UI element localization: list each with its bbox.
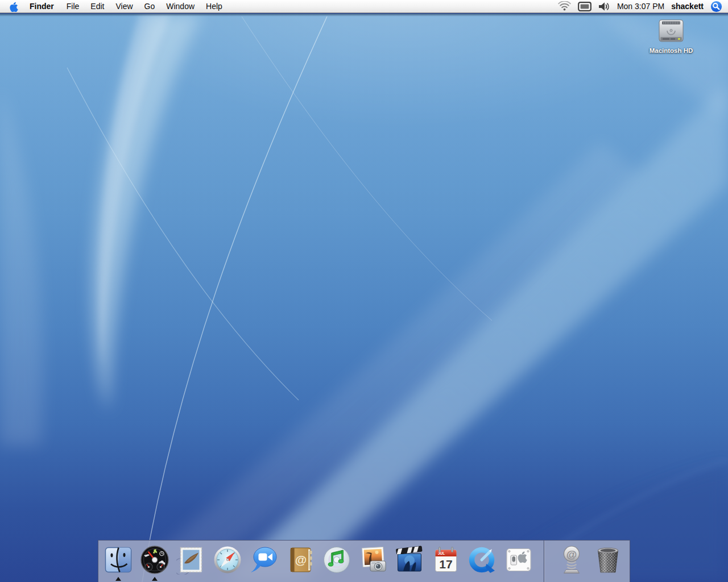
dock-safari[interactable] <box>209 541 246 582</box>
macintosh-hd-desktop-icon[interactable]: Macintosh HD <box>635 18 708 54</box>
menu-bar-clock[interactable]: Mon 3:07 PM <box>617 2 664 11</box>
running-indicator <box>115 577 121 581</box>
imovie-icon <box>395 545 424 575</box>
mail-icon <box>176 545 206 575</box>
ical-icon: JUL 17 <box>431 545 461 575</box>
dock-finder[interactable] <box>100 541 136 582</box>
menu-finder[interactable]: Finder <box>23 0 61 13</box>
macintosh-hd-label: Macintosh HD <box>635 47 708 54</box>
spring-at-glyph: @ <box>566 548 577 560</box>
dashboard-icon <box>140 545 169 575</box>
menu-window[interactable]: Window <box>160 0 200 13</box>
ical-day-text: 17 <box>439 558 452 571</box>
running-indicator <box>152 577 158 581</box>
menu-go[interactable]: Go <box>139 0 161 13</box>
trash-icon <box>593 545 623 575</box>
hard-disk-icon <box>655 18 687 45</box>
quicktime-icon <box>468 545 497 575</box>
menu-view[interactable]: View <box>110 0 138 13</box>
dock-dashboard[interactable] <box>136 541 173 582</box>
menu-bar: Finder File Edit View Go Window Help <box>0 0 728 13</box>
dock-system-preferences[interactable] <box>500 541 537 582</box>
dock-iphoto[interactable] <box>355 541 391 582</box>
dock-mail[interactable] <box>173 541 209 582</box>
itunes-icon <box>322 545 351 575</box>
dock-address-book[interactable]: @ <box>282 541 318 582</box>
wifi-icon[interactable] <box>558 1 571 11</box>
apple-logo-icon <box>9 1 18 12</box>
menu-help[interactable]: Help <box>200 0 228 13</box>
dock-imovie[interactable] <box>391 541 428 582</box>
ichat-icon <box>249 545 279 575</box>
mac-website-link-icon: @ <box>557 545 586 575</box>
address-book-icon: @ <box>286 545 315 575</box>
menu-file[interactable]: File <box>61 0 85 13</box>
safari-icon <box>213 545 242 575</box>
dock: @ <box>98 540 630 582</box>
desktop-wallpaper: Macintosh HD <box>0 14 728 582</box>
wallpaper-swirls <box>0 14 728 582</box>
volume-icon[interactable] <box>598 2 610 11</box>
system-preferences-icon <box>504 545 533 575</box>
address-book-at-glyph: @ <box>295 553 307 566</box>
dock-quicktime[interactable] <box>464 541 500 582</box>
dock-mac-website-link[interactable]: @ <box>553 541 590 582</box>
apple-menu[interactable] <box>0 1 23 12</box>
spotlight-search-icon[interactable] <box>710 1 722 13</box>
displays-icon[interactable] <box>578 2 592 11</box>
menu-bar-status: Mon 3:07 PM shackett <box>558 1 728 13</box>
dock-ical[interactable]: JUL 17 <box>428 541 464 582</box>
dock-separator[interactable] <box>544 541 544 582</box>
menu-edit[interactable]: Edit <box>85 0 110 13</box>
finder-icon <box>104 545 133 575</box>
fast-user-switching-menu[interactable]: shackett <box>671 2 704 11</box>
iphoto-icon <box>358 545 388 575</box>
dock-trash[interactable] <box>590 541 626 582</box>
dock-ichat[interactable] <box>246 541 282 582</box>
dock-itunes[interactable] <box>318 541 355 582</box>
